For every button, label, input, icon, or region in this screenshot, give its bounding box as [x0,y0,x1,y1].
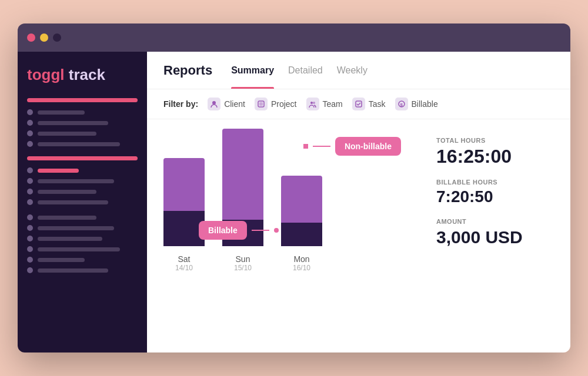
sidebar-line [38,216,96,220]
sidebar-line [38,190,96,194]
sidebar-dot [27,246,33,252]
window-body: toggl track [18,52,570,352]
bar-group-sun: Sun 15/10 [222,129,263,272]
sidebar-dot [27,257,33,263]
bar-mon-billable [281,223,322,246]
stats-panel: TOTAL HOURS 16:25:00 BILLABLE HOURS 7:20… [436,131,554,341]
bar-sat-nonbillable [163,158,205,211]
bar-sun-nonbillable [222,129,263,220]
amount-label: AMOUNT [436,218,554,225]
tooltip-billable-container: Billable [199,221,279,240]
list-item[interactable] [27,246,138,252]
team-icon [306,98,319,110]
sidebar-dot [27,120,33,126]
filter-team[interactable]: Team [306,98,343,110]
filter-task[interactable]: Task [352,98,386,110]
bar-label-sat: Sat 14/10 [175,254,193,272]
billable-icon: $ [395,98,408,110]
sidebar-line [38,132,96,136]
nav-tabs: Summary Detailed Weekly [231,52,368,89]
list-item[interactable] [27,267,138,273]
minimize-button[interactable] [40,33,48,42]
sidebar-line [38,258,85,262]
sidebar-group-1 [27,98,138,147]
total-hours-label: TOTAL HOURS [436,137,554,144]
list-item[interactable] [27,109,138,115]
filter-billable[interactable]: $ Billable [395,98,438,110]
sidebar-line [38,110,85,115]
logo-track: track [65,66,105,83]
list-item[interactable] [27,189,138,194]
sidebar-pink-bar [27,98,138,102]
sidebar-dot [27,178,33,184]
sidebar-dot [27,189,33,194]
sidebar-dot [27,130,33,136]
list-item[interactable] [27,178,138,184]
filter-label: Filter by: [163,99,198,109]
bar-mon-nonbillable [281,176,322,223]
filter-project[interactable]: Project [255,98,297,110]
amount-value: 3,000 USD [436,227,554,247]
tooltip-nonbillable: Non-billable [335,137,401,156]
list-item[interactable] [27,199,138,205]
filter-client[interactable]: Client [208,98,245,110]
list-item[interactable] [27,130,138,136]
svg-text:$: $ [400,102,403,108]
sidebar-line [38,268,108,273]
list-item[interactable] [27,214,138,220]
chart-area: Sat 14/10 [163,131,419,341]
sidebar-line [38,169,79,173]
top-nav: Reports Summary Detailed Weekly [147,52,570,89]
content-area: Sat 14/10 [147,119,570,352]
sidebar-dot [27,214,33,220]
sidebar-group-2 [27,156,138,205]
sidebar-line [38,179,114,183]
task-icon [352,98,365,110]
bar-label-mon: Mon 16/10 [293,254,310,272]
sidebar-line [38,142,120,146]
billable-hours-label: BILLABLE HOURS [436,179,554,186]
tab-detailed[interactable]: Detailed [288,52,323,89]
main-content: Reports Summary Detailed Weekly Filter b… [147,52,570,352]
page-title: Reports [163,63,212,78]
sidebar-pink-bar [27,156,138,160]
bar-group-sat: Sat 14/10 [163,129,205,272]
sidebar-line [38,226,114,230]
tooltip-dot-nonbillable [303,144,308,149]
billable-hours-value: 7:20:50 [436,188,554,206]
sidebar-line [38,200,108,204]
tooltip-nonbillable-container: Non-billable [303,137,401,156]
list-item[interactable] [27,167,138,173]
svg-point-3 [310,102,313,104]
logo: toggl track [27,66,138,84]
sidebar-dot [27,109,33,115]
tab-weekly[interactable]: Weekly [337,52,368,89]
tab-summary[interactable]: Summary [231,52,274,89]
sidebar-group-3 [27,214,138,273]
sidebar: toggl track [18,52,147,352]
list-item[interactable] [27,141,138,147]
tooltip-line-nonbillable [313,146,330,147]
list-item[interactable] [27,225,138,231]
sidebar-line [38,121,108,125]
close-button[interactable] [27,33,35,42]
list-item[interactable] [27,257,138,263]
titlebar [18,24,570,52]
list-item[interactable] [27,236,138,241]
sidebar-line [38,247,120,251]
stat-billable-hours: BILLABLE HOURS 7:20:50 [436,179,554,206]
bar-chart: Sat 14/10 [163,131,419,272]
svg-point-0 [212,101,216,105]
sidebar-dot [27,236,33,241]
filter-bar: Filter by: Client [147,89,570,119]
app-window: toggl track [18,24,570,352]
client-icon [208,98,220,110]
sidebar-dot [27,267,33,273]
stat-amount: AMOUNT 3,000 USD [436,218,554,247]
maximize-button[interactable] [53,33,61,42]
sidebar-dot [27,167,33,173]
sidebar-dot [27,199,33,205]
svg-point-4 [313,102,315,104]
list-item[interactable] [27,120,138,126]
total-hours-value: 16:25:00 [436,146,554,167]
